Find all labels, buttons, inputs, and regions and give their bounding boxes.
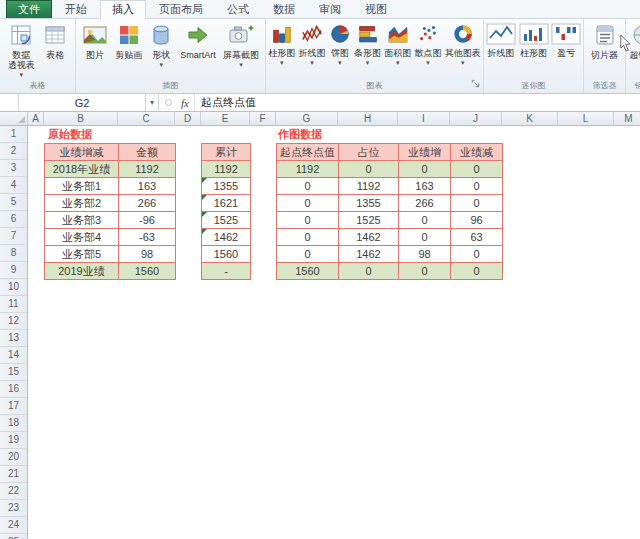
column-header[interactable]: L	[558, 112, 614, 126]
cell-B4[interactable]: 业务部1	[45, 178, 119, 195]
row-header[interactable]: 2	[0, 143, 27, 160]
column-header[interactable]: H	[338, 112, 398, 126]
tab-home[interactable]: 开始	[54, 0, 98, 18]
cell-G4[interactable]: 0	[277, 178, 339, 195]
cell-G2[interactable]: 起点终点值	[277, 144, 339, 161]
sheet-grid[interactable]: 1234567891011121314151617181920212223242…	[0, 126, 640, 539]
cell-J8[interactable]: 0	[451, 246, 503, 263]
column-header[interactable]: J	[450, 112, 502, 126]
cell-H2[interactable]: 占位	[339, 144, 399, 161]
area-chart-button[interactable]: 面积图 ▾	[383, 22, 412, 67]
cell-C2[interactable]: 金额	[119, 144, 176, 161]
row-header[interactable]: 12	[0, 313, 27, 330]
tab-view[interactable]: 视图	[354, 0, 398, 18]
line-chart-button[interactable]: 折线图 ▾	[298, 22, 327, 67]
name-box[interactable]: G2	[18, 94, 146, 111]
cell-I3[interactable]: 0	[399, 161, 451, 178]
row-header[interactable]: 23	[0, 500, 27, 517]
cell-B5[interactable]: 业务部2	[45, 195, 119, 212]
row-header[interactable]: 15	[0, 364, 27, 381]
row-header[interactable]: 25	[0, 534, 27, 539]
cell-J3[interactable]: 0	[451, 161, 503, 178]
column-header[interactable]: E	[201, 112, 250, 126]
cell-J4[interactable]: 0	[451, 178, 503, 195]
cell-I7[interactable]: 0	[399, 229, 451, 246]
shapes-button[interactable]: 形状 ▾	[148, 22, 174, 69]
cell-H7[interactable]: 1462	[339, 229, 399, 246]
cell-J2[interactable]: 业绩减	[451, 144, 503, 161]
cell-J5[interactable]: 0	[451, 195, 503, 212]
pivot-table-button[interactable]: 数据 透视表 ▾	[7, 22, 36, 79]
column-header[interactable]: B	[44, 112, 118, 126]
cell-B6[interactable]: 业务部3	[45, 212, 119, 229]
formula-input[interactable]: 起点终点值	[195, 94, 256, 111]
cell-I4[interactable]: 163	[399, 178, 451, 195]
fx-icon[interactable]: fx	[176, 94, 195, 111]
row-header[interactable]: 24	[0, 517, 27, 534]
sparkline-column-button[interactable]: 柱形图	[518, 22, 550, 59]
cell-I9[interactable]: 0	[399, 263, 451, 280]
pie-chart-button[interactable]: 饼图 ▾	[328, 22, 352, 67]
column-header[interactable]: M	[614, 112, 640, 126]
winloss-button[interactable]: 盈亏	[550, 22, 582, 59]
row-header[interactable]: 6	[0, 211, 27, 228]
screenshot-button[interactable]: 屏幕截图 ▾	[222, 22, 260, 69]
column-header[interactable]: A	[28, 112, 44, 126]
column-header[interactable]: C	[118, 112, 175, 126]
row-header[interactable]: 22	[0, 483, 27, 500]
row-header[interactable]: 19	[0, 432, 27, 449]
cell-I6[interactable]: 0	[399, 212, 451, 229]
name-box-dropdown-icon[interactable]: ▾	[146, 94, 159, 111]
row-header[interactable]: 21	[0, 466, 27, 483]
cell-G8[interactable]: 0	[277, 246, 339, 263]
file-tab-button[interactable]: 文件	[6, 0, 52, 18]
cell-H5[interactable]: 1355	[339, 195, 399, 212]
cell-E6[interactable]: 1525	[202, 212, 251, 229]
column-header[interactable]: K	[502, 112, 558, 126]
cell-C6[interactable]: -96	[119, 212, 176, 229]
cell-G3[interactable]: 1192	[277, 161, 339, 178]
column-header[interactable]: I	[398, 112, 450, 126]
clipart-button[interactable]: 剪贴画	[114, 22, 143, 61]
cell-H6[interactable]: 1525	[339, 212, 399, 229]
cell-G6[interactable]: 0	[277, 212, 339, 229]
cell-I2[interactable]: 业绩增	[399, 144, 451, 161]
cell-H9[interactable]: 0	[339, 263, 399, 280]
cell-B7[interactable]: 业务部4	[45, 229, 119, 246]
tab-page-layout[interactable]: 页面布局	[148, 0, 214, 18]
cell-I8[interactable]: 98	[399, 246, 451, 263]
cell-C9[interactable]: 1560	[119, 263, 176, 280]
sparkline-line-button[interactable]: 折线图	[485, 22, 517, 59]
cell-B8[interactable]: 业务部5	[45, 246, 119, 263]
row-header[interactable]: 3	[0, 160, 27, 177]
charts-dialog-launcher-icon[interactable]	[471, 74, 480, 92]
row-header[interactable]: 18	[0, 415, 27, 432]
cell-J6[interactable]: 96	[451, 212, 503, 229]
cell-H3[interactable]: 0	[339, 161, 399, 178]
picture-button[interactable]: 图片	[81, 22, 109, 61]
cell-H8[interactable]: 1462	[339, 246, 399, 263]
row-header[interactable]: 13	[0, 330, 27, 347]
cell-E3[interactable]: 1192	[202, 161, 251, 178]
cell-J7[interactable]: 63	[451, 229, 503, 246]
cell-J9[interactable]: 0	[451, 263, 503, 280]
row-header[interactable]: 14	[0, 347, 27, 364]
cell-B2[interactable]: 业绩增减	[45, 144, 119, 161]
cell-E5[interactable]: 1621	[202, 195, 251, 212]
bar-chart-button[interactable]: 条形图 ▾	[353, 22, 382, 67]
cell-E8[interactable]: 1560	[202, 246, 251, 263]
smartart-button[interactable]: SmartArt	[179, 22, 217, 61]
row-header[interactable]: 17	[0, 398, 27, 415]
row-header[interactable]: 7	[0, 228, 27, 245]
other-charts-button[interactable]: 其他图表 ▾	[444, 22, 482, 67]
column-chart-button[interactable]: 柱形图 ▾	[267, 22, 296, 67]
cell-E9[interactable]: -	[202, 263, 251, 280]
cell-G7[interactable]: 0	[277, 229, 339, 246]
cell-I5[interactable]: 266	[399, 195, 451, 212]
row-header[interactable]: 1	[0, 126, 27, 143]
cell-C5[interactable]: 266	[119, 195, 176, 212]
tab-formulas[interactable]: 公式	[216, 0, 260, 18]
cell-E7[interactable]: 1462	[202, 229, 251, 246]
table-button[interactable]: 表格	[42, 22, 68, 61]
cell-C8[interactable]: 98	[119, 246, 176, 263]
